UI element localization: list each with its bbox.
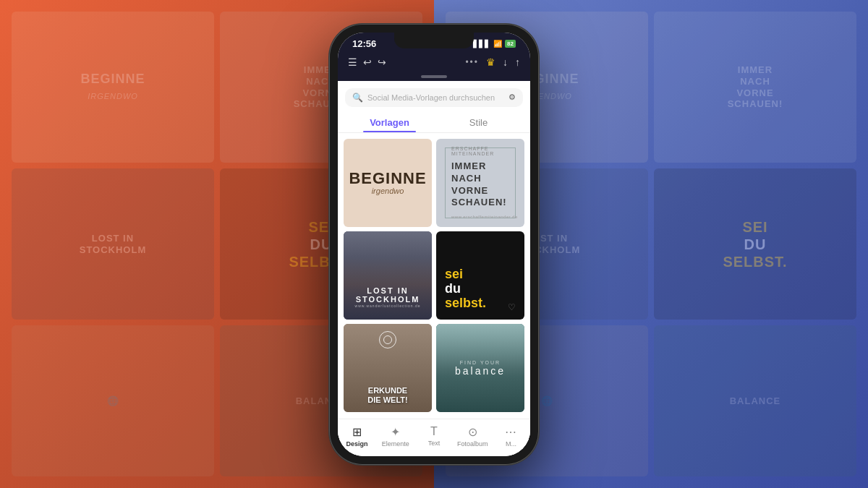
undo-icon[interactable]: ↩ bbox=[363, 56, 372, 68]
share-icon[interactable]: ↑ bbox=[515, 56, 520, 68]
nav-more[interactable]: ⋯ M... bbox=[492, 422, 530, 450]
sei-line1: sei bbox=[445, 267, 463, 281]
menu-icon[interactable]: ☰ bbox=[348, 56, 357, 68]
search-bar: 🔍 Social Media-Vorlagen durchsuchen ⚙ bbox=[338, 81, 530, 111]
ghost-immer-right: IMMERNACHVORNESCHAUEN! bbox=[728, 64, 783, 109]
ghost-card-sei-right: seiduselbst. bbox=[654, 168, 856, 320]
design-icon: ⊞ bbox=[352, 425, 362, 439]
download-icon[interactable]: ↓ bbox=[503, 56, 508, 68]
more-icon[interactable]: ••• bbox=[465, 57, 479, 67]
sei-text: sei du selbst. bbox=[445, 267, 486, 310]
status-time: 12:56 bbox=[352, 38, 376, 49]
erkunde-logo bbox=[379, 331, 396, 348]
ghost-erkunde-text: 🌐 bbox=[107, 395, 119, 407]
text-icon: T bbox=[430, 425, 438, 438]
nav-elemente[interactable]: ✦ Elemente bbox=[376, 422, 414, 450]
nav-text[interactable]: T Text bbox=[414, 422, 453, 450]
filter-icon[interactable]: ⚙ bbox=[509, 93, 516, 102]
template-beginne[interactable]: BEGINNE irgendwo bbox=[344, 139, 432, 227]
balance-find: FIND YOUR bbox=[455, 360, 506, 365]
tab-vorlagen[interactable]: Vorlagen bbox=[345, 111, 434, 132]
text-label: Text bbox=[428, 440, 441, 447]
sei-line3: selbst. bbox=[445, 296, 486, 310]
template-lost[interactable]: LOST IN STOCKHOLM www.wanderlustcollecti… bbox=[344, 231, 432, 320]
beginne-sub-text: irgendwo bbox=[349, 187, 426, 195]
ghost-card-immer-right: IMMERNACHVORNESCHAUEN! bbox=[654, 12, 856, 163]
sei-heart-icon: ♡ bbox=[508, 302, 516, 312]
template-sei[interactable]: sei du selbst. ♡ bbox=[436, 231, 524, 320]
battery-badge: 82 bbox=[505, 40, 516, 48]
sei-line2: du bbox=[445, 281, 461, 296]
template-balance[interactable]: FIND YOUR balance bbox=[436, 324, 524, 412]
wifi-icon: 📶 bbox=[493, 40, 502, 48]
nav-design[interactable]: ⊞ Design bbox=[338, 422, 376, 450]
bottom-nav: ⊞ Design ✦ Elemente T Text ⊙ Fotoalbum bbox=[338, 419, 530, 456]
elemente-icon: ✦ bbox=[391, 425, 400, 439]
ghost-balance-right: balance bbox=[730, 395, 781, 407]
erkunde-logo-inner bbox=[383, 335, 392, 344]
search-input-wrap[interactable]: 🔍 Social Media-Vorlagen durchsuchen ⚙ bbox=[345, 88, 523, 107]
beginne-text: BEGINNE irgendwo bbox=[349, 171, 426, 195]
lost-text-wrap: LOST IN STOCKHOLM www.wanderlustcollecti… bbox=[344, 286, 432, 308]
immer-text: IMMERNACHVORNESCHAUEN! bbox=[451, 160, 507, 210]
immer-footer: www.erschaffemiteinander.de bbox=[451, 215, 518, 219]
immer-border: ERSCHAFFE MITEINANDER IMMERNACHVORNESCHA… bbox=[445, 147, 516, 218]
ghost-card-erkunde-left: 🌐 bbox=[12, 325, 214, 476]
balance-text-wrap: FIND YOUR balance bbox=[455, 360, 506, 377]
ghost-erkunde-right: 🌐 bbox=[541, 395, 553, 407]
redo-icon[interactable]: ↪ bbox=[378, 56, 386, 68]
content: 🔍 Social Media-Vorlagen durchsuchen ⚙ Vo… bbox=[338, 81, 530, 456]
template-immer[interactable]: ERSCHAFFE MITEINANDER IMMERNACHVORNESCHA… bbox=[436, 139, 524, 227]
balance-title: balance bbox=[455, 365, 506, 377]
ghost-card-beginne: BEGINNEirgendwo bbox=[12, 12, 214, 163]
toolbar-right: ••• ♛ ↓ ↑ bbox=[465, 56, 520, 68]
signal-icon: ▋▋▋ bbox=[473, 40, 490, 48]
notch bbox=[394, 33, 474, 48]
ghost-card-lost: LOST INSTOCKHOLM bbox=[12, 168, 214, 320]
tab-stile[interactable]: Stile bbox=[434, 111, 523, 132]
design-label: Design bbox=[346, 440, 368, 448]
more-nav-icon: ⋯ bbox=[505, 425, 516, 439]
lost-sub: www.wanderlustcollection.de bbox=[344, 304, 432, 308]
more-nav-label: M... bbox=[506, 440, 516, 448]
toolbar: ☰ ↩ ↪ ••• ♛ ↓ ↑ bbox=[338, 52, 530, 72]
ghost-beginne-text: BEGINNEirgendwo bbox=[80, 72, 145, 103]
erkunde-text-wrap: ERKUNDEDIE WELT! bbox=[351, 386, 425, 405]
immer-label: ERSCHAFFE MITEINANDER bbox=[451, 146, 509, 156]
template-grid: BEGINNE irgendwo ERSCHAFFE MITEINANDER I… bbox=[338, 133, 530, 419]
ghost-card-balance-right: balance bbox=[654, 325, 856, 476]
beginne-main-text: BEGINNE bbox=[349, 171, 426, 187]
erkunde-title: ERKUNDEDIE WELT! bbox=[351, 386, 425, 405]
lost-title: LOST IN STOCKHOLM bbox=[344, 286, 432, 304]
phone-screen: 12:56 ▋▋▋ 📶 82 ☰ ↩ ↪ ••• ♛ ↓ ↑ bbox=[338, 33, 530, 456]
nav-fotoalbum[interactable]: ⊙ Fotoalbum bbox=[454, 422, 492, 450]
search-icon: 🔍 bbox=[352, 93, 363, 103]
status-icons: ▋▋▋ 📶 82 bbox=[473, 40, 516, 48]
toolbar-left: ☰ ↩ ↪ bbox=[348, 56, 386, 68]
ghost-sei-right: seiduselbst. bbox=[723, 218, 787, 270]
search-placeholder: Social Media-Vorlagen durchsuchen bbox=[367, 93, 504, 102]
drag-handle bbox=[338, 72, 530, 81]
ghost-lost-text: LOST INSTOCKHOLM bbox=[80, 233, 147, 255]
template-erkunde[interactable]: ERKUNDEDIE WELT! bbox=[344, 324, 432, 412]
drag-handle-bar bbox=[421, 75, 447, 78]
crown-icon[interactable]: ♛ bbox=[486, 56, 495, 68]
elemente-label: Elemente bbox=[382, 440, 409, 448]
phone-wrapper: 12:56 ▋▋▋ 📶 82 ☰ ↩ ↪ ••• ♛ ↓ ↑ bbox=[329, 24, 539, 465]
tabs: Vorlagen Stile bbox=[338, 111, 530, 133]
fotoalbum-icon: ⊙ bbox=[468, 425, 477, 439]
fotoalbum-label: Fotoalbum bbox=[457, 440, 488, 448]
phone: 12:56 ▋▋▋ 📶 82 ☰ ↩ ↪ ••• ♛ ↓ ↑ bbox=[329, 24, 539, 465]
